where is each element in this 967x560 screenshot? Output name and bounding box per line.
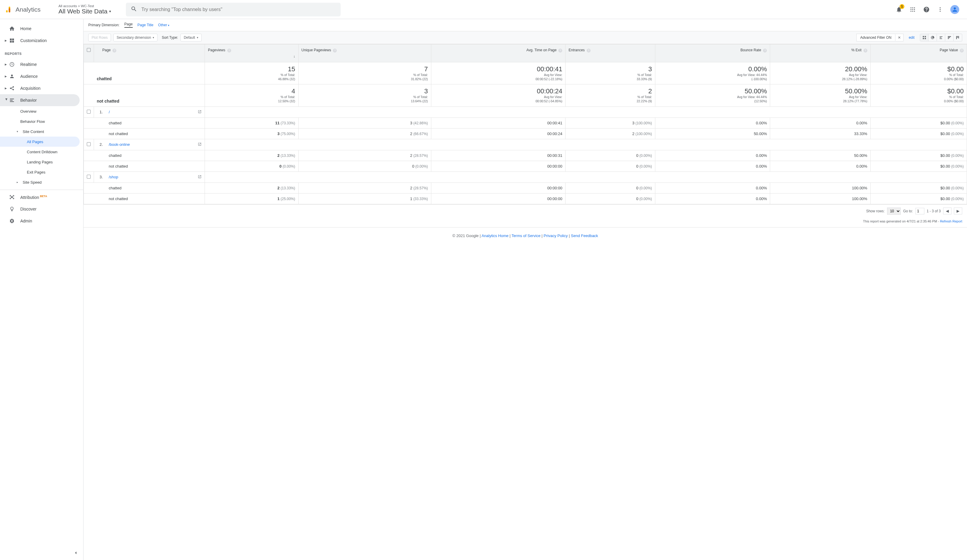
svg-point-4 bbox=[912, 7, 913, 8]
svg-point-8 bbox=[914, 9, 915, 10]
col-unique-pageviews[interactable]: Unique Pageviews ? bbox=[298, 44, 431, 62]
help-icon[interactable]: ? bbox=[763, 49, 767, 53]
home-icon bbox=[9, 26, 15, 31]
open-link-icon[interactable] bbox=[198, 142, 201, 147]
footer-feedback[interactable]: Send Feedback bbox=[571, 234, 598, 238]
svg-point-27 bbox=[10, 195, 11, 196]
view-pivot-icon[interactable] bbox=[954, 34, 962, 41]
nav-attribution[interactable]: AttributionBETA bbox=[0, 191, 80, 203]
view-table-icon[interactable] bbox=[920, 34, 929, 41]
apps-icon[interactable] bbox=[909, 6, 916, 13]
row-checkbox[interactable] bbox=[84, 107, 94, 117]
view-bar-icon[interactable] bbox=[937, 34, 945, 41]
cell-bounce: 50.00% bbox=[655, 128, 770, 139]
row-checkbox[interactable] bbox=[84, 139, 94, 150]
nav-audience[interactable]: ▶ Audience bbox=[0, 70, 80, 82]
help-icon[interactable]: ? bbox=[558, 49, 562, 53]
help-icon[interactable]: ? bbox=[587, 49, 591, 53]
help-icon[interactable] bbox=[923, 6, 930, 13]
account-selector[interactable]: All accounts > WC-Test All Web Site Data… bbox=[58, 4, 124, 15]
dashboard-icon bbox=[9, 38, 15, 44]
svg-point-20 bbox=[10, 88, 11, 89]
svg-rect-16 bbox=[12, 38, 14, 40]
cell-exit: 50.00% bbox=[770, 150, 870, 161]
avatar[interactable] bbox=[950, 5, 959, 14]
dimension-other[interactable]: Other ▾ bbox=[158, 23, 170, 27]
clear-filter-icon[interactable]: ✕ bbox=[895, 34, 903, 41]
open-link-icon[interactable] bbox=[198, 175, 201, 180]
nav-customization[interactable]: ▶ Customization bbox=[0, 35, 80, 46]
dimension-page-title[interactable]: Page Title bbox=[137, 23, 153, 27]
goto-page-input[interactable] bbox=[916, 208, 924, 214]
select-all-checkbox[interactable] bbox=[84, 44, 94, 62]
search-input[interactable] bbox=[137, 7, 336, 12]
goto-label: Go to: bbox=[903, 209, 913, 213]
footer-analytics-home[interactable]: Analytics Home bbox=[482, 234, 508, 238]
col-pageviews[interactable]: Pageviews ?↓ bbox=[205, 44, 298, 62]
notifications-icon[interactable]: 1 bbox=[895, 6, 903, 13]
col-entrances[interactable]: Entrances ? bbox=[566, 44, 655, 62]
next-page-button[interactable]: ▶ bbox=[954, 208, 962, 214]
subnav-site-speed[interactable]: ▸ Site Speed bbox=[0, 177, 80, 187]
cell-avgtime: 00:00:31 bbox=[431, 150, 566, 161]
open-link-icon[interactable] bbox=[198, 110, 201, 115]
subnav-overview[interactable]: Overview bbox=[0, 106, 80, 116]
collapse-sidebar-icon[interactable] bbox=[72, 549, 80, 558]
subnav-all-pages[interactable]: All Pages bbox=[0, 137, 80, 147]
more-icon[interactable] bbox=[937, 6, 944, 13]
col-bounce-rate[interactable]: Bounce Rate ? bbox=[655, 44, 770, 62]
subnav-landing-pages[interactable]: Landing Pages bbox=[0, 157, 80, 167]
col-page-value[interactable]: Page Value ? bbox=[870, 44, 967, 62]
subnav-site-content[interactable]: ▾ Site Content bbox=[0, 127, 80, 137]
row-checkbox[interactable] bbox=[84, 171, 94, 183]
nav-acquisition[interactable]: ▶ Acquisition bbox=[0, 82, 80, 94]
sort-type-dropdown[interactable]: Default ▾ bbox=[180, 34, 201, 41]
col-avg-time[interactable]: Avg. Time on Page ? bbox=[431, 44, 566, 62]
svg-rect-0 bbox=[6, 10, 7, 13]
nav-label: Admin bbox=[20, 219, 32, 223]
logo[interactable]: Analytics bbox=[5, 6, 56, 13]
cell-bounce: 0.00% bbox=[655, 117, 770, 128]
col-page[interactable]: Page ? bbox=[94, 44, 205, 62]
nav-admin[interactable]: Admin bbox=[0, 215, 80, 227]
segment-label: not chatted bbox=[106, 161, 205, 171]
cell-avgtime: 00:00:00 bbox=[431, 161, 566, 171]
page-link[interactable]: /book-online bbox=[109, 142, 130, 147]
help-icon[interactable]: ? bbox=[112, 49, 116, 53]
chevron-down-icon: ▾ bbox=[153, 36, 154, 39]
table-toolbar: Plot Rows Secondary dimension ▾ Sort Typ… bbox=[84, 31, 967, 44]
nav-realtime[interactable]: ▶ Realtime bbox=[0, 58, 80, 70]
search-bar[interactable] bbox=[126, 3, 341, 16]
nav-home[interactable]: Home bbox=[0, 23, 80, 35]
page-link[interactable]: /shop bbox=[109, 175, 119, 179]
help-icon[interactable]: ? bbox=[960, 49, 964, 53]
footer-terms[interactable]: Terms of Service bbox=[512, 234, 540, 238]
cell-unique: 1 (33.33%) bbox=[298, 193, 431, 204]
plot-rows-button[interactable]: Plot Rows bbox=[88, 34, 111, 41]
subnav-exit-pages[interactable]: Exit Pages bbox=[0, 167, 80, 177]
nav-behavior[interactable]: ▶ Behavior bbox=[0, 94, 80, 106]
refresh-report-link[interactable]: Refresh Report bbox=[940, 219, 962, 223]
nav-discover[interactable]: Discover bbox=[0, 203, 80, 215]
col-exit[interactable]: % Exit ? bbox=[770, 44, 870, 62]
dimension-page[interactable]: Page bbox=[124, 22, 133, 28]
help-icon[interactable]: ? bbox=[227, 49, 231, 53]
rows-per-page-select[interactable]: 10 bbox=[887, 208, 901, 215]
summary-metric: 4% of Total:12.50% (32) bbox=[205, 84, 298, 107]
svg-rect-39 bbox=[957, 36, 958, 38]
secondary-dimension-dropdown[interactable]: Secondary dimension ▾ bbox=[113, 34, 157, 41]
subnav-behavior-flow[interactable]: Behavior Flow bbox=[0, 116, 80, 127]
summary-metric: 2% of Total:22.22% (9) bbox=[566, 84, 655, 107]
cell-value: $0.00 (0.00%) bbox=[870, 183, 967, 193]
edit-filter-link[interactable]: edit bbox=[909, 36, 914, 40]
prev-page-button[interactable]: ◀ bbox=[943, 208, 952, 214]
footer-privacy[interactable]: Privacy Policy bbox=[544, 234, 568, 238]
subnav-content-drilldown[interactable]: Content Drilldown bbox=[0, 147, 80, 157]
view-pie-icon[interactable] bbox=[929, 34, 937, 41]
help-icon[interactable]: ? bbox=[333, 49, 337, 53]
summary-metric: 15% of Total:46.88% (32) bbox=[205, 62, 298, 84]
help-icon[interactable]: ? bbox=[863, 49, 867, 53]
nav-label: AttributionBETA bbox=[20, 195, 47, 200]
page-link[interactable]: / bbox=[109, 110, 110, 114]
view-comparison-icon[interactable] bbox=[945, 34, 954, 41]
